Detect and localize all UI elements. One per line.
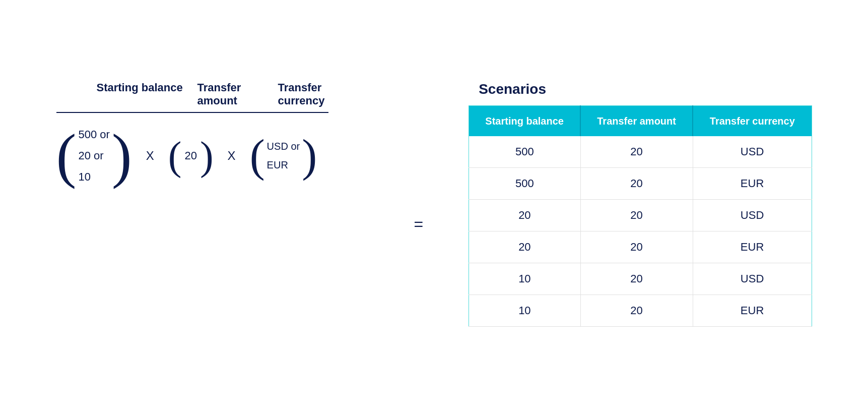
cell-starting-balance: 10: [469, 295, 580, 327]
cell-transfer-currency: USD: [693, 200, 812, 231]
currency-value-1: USD or: [267, 141, 300, 152]
header-transfer-currency: Transfer currency: [693, 106, 812, 137]
cell-transfer-currency: USD: [693, 263, 812, 295]
bracket-right-1: ): [112, 126, 132, 186]
transfer-amount-value: 20: [182, 149, 198, 162]
balance-value-2: 20 or: [78, 149, 103, 162]
right-side: Scenarios Starting balance Transfer amou…: [469, 81, 812, 327]
header-transfer-amount: Transfer amount: [580, 106, 693, 137]
formula-row: ( 500 or 20 or 10 ) X ( 20 ) X (: [56, 123, 317, 189]
starting-balance-matrix: ( 500 or 20 or 10 ): [56, 123, 132, 189]
cell-transfer-currency: EUR: [693, 231, 812, 263]
transfer-amount-matrix: ( 20 ): [168, 136, 214, 176]
single-bracket-left: (: [168, 136, 182, 176]
scenarios-table: Starting balance Transfer amount Transfe…: [469, 105, 812, 327]
single-bracket-right: ): [200, 136, 214, 176]
header-starting-balance: Starting balance: [469, 106, 580, 137]
cell-starting-balance: 20: [469, 200, 580, 231]
currency-value-2: EUR: [267, 159, 288, 171]
left-headers: Starting balance Transfer amount Transfe…: [56, 81, 369, 108]
cell-starting-balance: 20: [469, 231, 580, 263]
cell-transfer-amount: 20: [580, 200, 693, 231]
cell-transfer-amount: 20: [580, 231, 693, 263]
currency-matrix: ( USD or EUR ): [250, 133, 317, 179]
bracket-left-1: (: [56, 126, 77, 186]
table-row: 1020USD: [469, 263, 812, 295]
left-divider: [56, 112, 328, 113]
starting-balance-values: 500 or 20 or 10: [78, 123, 109, 189]
cell-transfer-currency: USD: [693, 136, 812, 168]
left-header-transfer-currency: Transfer currency: [278, 81, 369, 108]
cell-transfer-amount: 20: [580, 295, 693, 327]
multiply-sign-1: X: [146, 149, 154, 163]
table-row: 50020EUR: [469, 168, 812, 200]
balance-value-1: 500 or: [78, 128, 109, 141]
left-header-transfer-amount: Transfer amount: [197, 81, 278, 108]
cell-transfer-currency: EUR: [693, 168, 812, 200]
table-header-row: Starting balance Transfer amount Transfe…: [469, 106, 812, 137]
cell-transfer-amount: 20: [580, 136, 693, 168]
table-row: 50020USD: [469, 136, 812, 168]
left-header-starting-balance: Starting balance: [97, 81, 197, 108]
cell-starting-balance: 500: [469, 136, 580, 168]
multiply-sign-2: X: [228, 149, 236, 163]
page-container: Starting balance Transfer amount Transfe…: [56, 81, 812, 327]
equals-sign: =: [414, 215, 424, 234]
cell-transfer-amount: 20: [580, 263, 693, 295]
balance-value-3: 10: [78, 170, 90, 184]
cell-transfer-amount: 20: [580, 168, 693, 200]
table-row: 2020USD: [469, 200, 812, 231]
scenarios-title: Scenarios: [469, 81, 546, 97]
left-side: Starting balance Transfer amount Transfe…: [56, 81, 369, 189]
table-row: 1020EUR: [469, 295, 812, 327]
cell-starting-balance: 500: [469, 168, 580, 200]
cell-starting-balance: 10: [469, 263, 580, 295]
cell-transfer-currency: EUR: [693, 295, 812, 327]
bracket-right-2: ): [302, 133, 317, 179]
currency-values: USD or EUR: [267, 136, 300, 176]
bracket-left-2: (: [250, 133, 265, 179]
table-row: 2020EUR: [469, 231, 812, 263]
